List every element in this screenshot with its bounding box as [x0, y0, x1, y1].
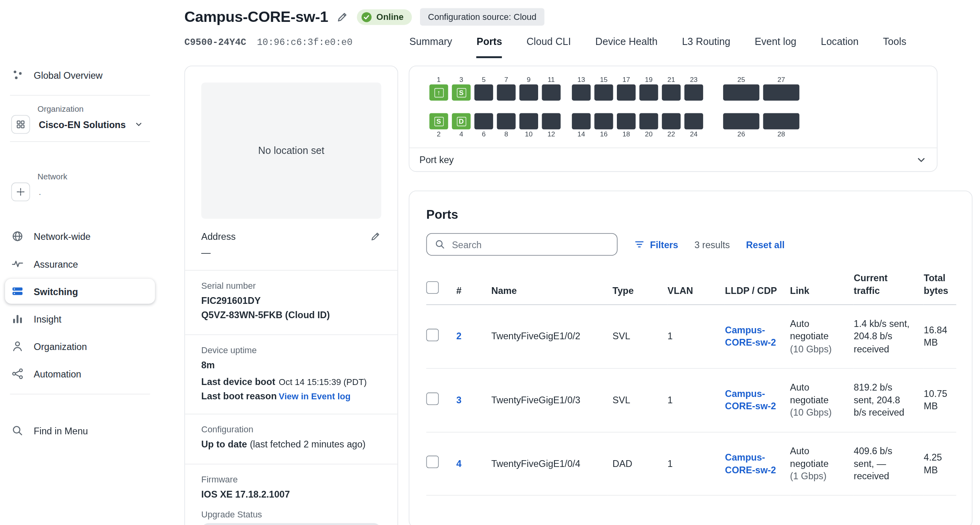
port-21[interactable]	[662, 84, 681, 101]
port-number-label: 9	[527, 75, 531, 85]
network-name: .	[39, 187, 41, 197]
port-11[interactable]	[542, 84, 560, 101]
port-2[interactable]: S	[430, 113, 448, 129]
lldp-neighbor-link[interactable]: Campus-CORE-sw-2	[725, 325, 776, 348]
port-6[interactable]	[474, 113, 493, 129]
chevron-down-icon[interactable]	[134, 120, 143, 129]
port-27[interactable]	[763, 84, 799, 101]
sidebar-item-insight[interactable]: Insight	[5, 306, 155, 331]
divider	[10, 141, 150, 142]
tab-tools[interactable]: Tools	[883, 36, 906, 58]
chevron-down-icon[interactable]	[916, 154, 927, 165]
port-number-label: 10	[525, 129, 533, 139]
sidebar-item-global-overview[interactable]: Global Overview	[5, 62, 155, 88]
tab-location[interactable]: Location	[821, 36, 859, 58]
sidebar-item-switching[interactable]: Switching	[5, 279, 155, 304]
port-slot-13: 13	[572, 75, 591, 101]
tab-event-log[interactable]: Event log	[755, 36, 797, 58]
port-status-icon: ↑	[434, 88, 443, 97]
config-status: Up to date	[201, 438, 247, 449]
port-number-label: 18	[622, 129, 630, 139]
filters-label: Filters	[650, 239, 678, 250]
port-19[interactable]	[640, 84, 658, 101]
divider	[10, 394, 150, 395]
port-26[interactable]	[723, 113, 759, 129]
port-18[interactable]	[617, 113, 636, 129]
ports-section-title: Ports	[426, 208, 955, 222]
tab-device-health[interactable]: Device Health	[595, 36, 658, 58]
tab-summary[interactable]: Summary	[409, 36, 452, 58]
search-input[interactable]	[451, 239, 609, 251]
port-16[interactable]	[594, 113, 613, 129]
lldp-neighbor-link[interactable]: Campus-CORE-sw-2	[725, 452, 776, 475]
port-slot-3: 3S	[452, 75, 471, 101]
lldp-neighbor-link[interactable]: Campus-CORE-sw-2	[725, 388, 776, 412]
port-24[interactable]	[684, 113, 703, 129]
port-4[interactable]: D	[452, 113, 471, 129]
view-in-event-log-link[interactable]: View in Event log	[279, 391, 351, 401]
port-28[interactable]	[763, 113, 799, 129]
port-1[interactable]: ↑	[430, 84, 448, 101]
network-box-icon	[11, 183, 30, 201]
row-checkbox[interactable]	[426, 456, 439, 468]
port-23[interactable]	[684, 84, 703, 101]
edit-address-pencil-icon[interactable]	[370, 231, 381, 242]
device-identifiers: C9500-24Y4C 10:96:c6:3f:e0:e0	[185, 37, 410, 48]
port-10[interactable]	[519, 113, 538, 129]
port-25[interactable]	[723, 84, 759, 101]
current-traffic: 409.6 b/s sent, — received	[854, 432, 924, 496]
port-7[interactable]	[497, 84, 515, 101]
edit-title-pencil-icon[interactable]	[336, 11, 349, 23]
configuration-label: Configuration	[201, 424, 381, 434]
port-row-top: 1↑3S579111315171921232527	[430, 75, 937, 101]
sidebar-item-organization[interactable]: Organization	[5, 334, 155, 359]
port-9[interactable]	[519, 84, 538, 101]
tab-l3-routing[interactable]: L3 Routing	[682, 36, 731, 58]
link-mode: Auto negotiate	[790, 381, 845, 406]
port-type: DAD	[612, 432, 667, 496]
port-5[interactable]	[474, 84, 493, 101]
sidebar-item-network-wide[interactable]: Network-wide	[5, 224, 155, 249]
network-wide-icon	[11, 230, 23, 242]
cloud-id-value: Q5VZ-83WN-5FKB (Cloud ID)	[201, 308, 381, 322]
port-17[interactable]	[617, 84, 636, 101]
ports-table-card: Ports Filters	[409, 191, 972, 525]
port-14[interactable]	[572, 113, 591, 129]
port-slot-20: 20	[640, 113, 658, 138]
network-selector[interactable]: Network .	[11, 172, 149, 201]
row-checkbox[interactable]	[426, 329, 439, 341]
organization-selector[interactable]: Organization Cisco-EN Solutions	[11, 104, 149, 134]
port-3[interactable]: S	[452, 84, 471, 101]
table-row: 4 TwentyFiveGigE1/0/4 DAD 1 Campus-CORE-…	[426, 432, 957, 496]
port-13[interactable]	[572, 84, 591, 101]
port-number-link[interactable]: 3	[456, 395, 461, 405]
link-speed: (10 Gbps)	[790, 343, 845, 356]
port-slot-8: 8	[497, 113, 515, 138]
port-8[interactable]	[497, 113, 515, 129]
port-22[interactable]	[662, 113, 681, 129]
sidebar-item-find-in-menu[interactable]: Find in Menu	[5, 418, 155, 443]
sidebar-item-automation[interactable]: Automation	[5, 361, 155, 386]
select-all-checkbox[interactable]	[426, 281, 439, 293]
tab-cloud-cli[interactable]: Cloud CLI	[527, 36, 571, 58]
sidebar-item-assurance[interactable]: Assurance	[5, 251, 155, 276]
port-number-link[interactable]: 2	[456, 331, 461, 342]
uptime-label: Device uptime	[201, 345, 381, 355]
port-20[interactable]	[640, 113, 658, 129]
link-speed: (10 Gbps)	[790, 406, 845, 419]
reset-all-link[interactable]: Reset all	[746, 239, 785, 250]
port-key-toggle[interactable]: Port key	[409, 148, 937, 171]
row-checkbox[interactable]	[426, 392, 439, 404]
port-name: TwentyFiveGigE1/0/2	[491, 305, 612, 368]
port-number-label: 13	[578, 75, 585, 85]
search-box[interactable]	[426, 233, 618, 256]
port-number-link[interactable]: 4	[456, 458, 461, 469]
filters-button[interactable]: Filters	[634, 239, 678, 250]
port-type: SVL	[612, 305, 667, 368]
port-slot-14: 14	[572, 113, 591, 138]
port-15[interactable]	[594, 84, 613, 101]
tab-ports[interactable]: Ports	[476, 36, 502, 58]
port-12[interactable]	[542, 113, 560, 129]
port-diagram-card: 1↑3S579111315171921232527 S2D46810121416…	[409, 66, 937, 172]
port-slot-23: 23	[684, 75, 703, 101]
